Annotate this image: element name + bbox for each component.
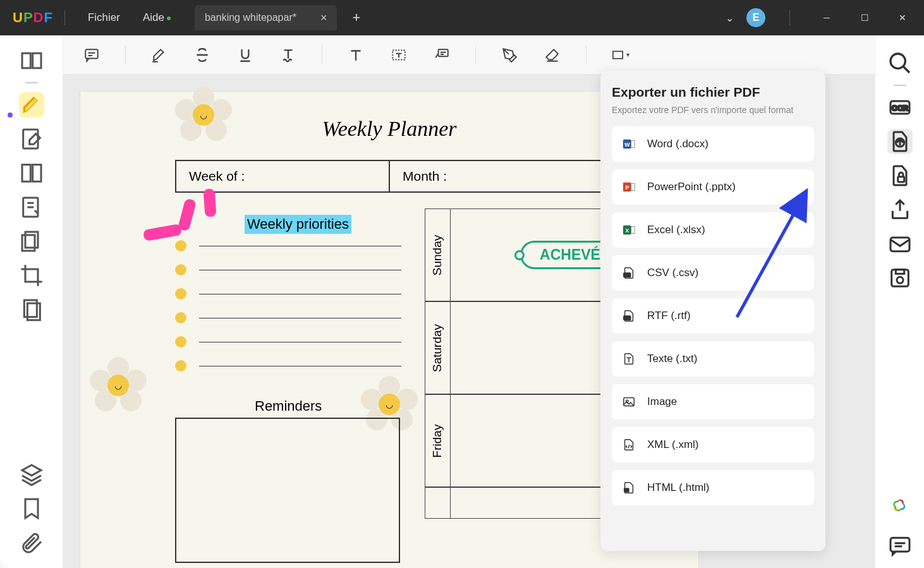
protect-icon[interactable] — [887, 163, 913, 188]
edit-tool-icon[interactable] — [19, 126, 44, 152]
svg-rect-38 — [896, 270, 904, 274]
svg-rect-1 — [22, 165, 30, 182]
underline-icon[interactable] — [236, 45, 255, 64]
svg-rect-14 — [631, 141, 635, 148]
highlight-tool-icon[interactable] — [19, 92, 44, 118]
reminders-box — [175, 418, 400, 563]
week-header-table: Week of : Month : — [175, 160, 604, 193]
svg-text:H: H — [626, 488, 628, 492]
add-tab-button[interactable]: + — [352, 9, 360, 26]
export-format-list: WWord (.docx) PPowerPoint (.pptx) XExcel… — [612, 126, 814, 505]
text-icon[interactable] — [346, 45, 365, 64]
comment-icon[interactable] — [82, 45, 101, 64]
annotation-toolbar: ▾ — [63, 35, 875, 75]
svg-rect-8 — [85, 49, 98, 58]
title-bar: UPDF Fichier Aide banking whitepapar* × … — [0, 0, 924, 35]
export-subtitle: Exportez votre PDF vers n'importe quel f… — [612, 105, 814, 115]
word-icon: W — [622, 137, 636, 151]
export-label: XML (.xml) — [647, 438, 699, 451]
export-rtf[interactable]: RTFRTF (.rtf) — [612, 298, 814, 334]
rtf-icon: RTF — [622, 309, 636, 323]
day-label: Sunday — [431, 234, 445, 275]
export-html[interactable]: HHTML (.html) — [612, 470, 814, 505]
image-icon — [622, 395, 636, 409]
form-tool-icon[interactable] — [19, 195, 44, 220]
bookmark-icon[interactable] — [19, 496, 44, 521]
share-icon[interactable] — [887, 197, 913, 222]
export-excel[interactable]: XExcel (.xlsx) — [612, 212, 814, 248]
svg-text:RTF: RTF — [624, 316, 630, 320]
page-tool-icon[interactable] — [19, 160, 44, 186]
export-word[interactable]: WWord (.docx) — [612, 126, 814, 162]
content-area: ▾ ◡ ◡ ◡ Weekly Planner — [63, 35, 875, 568]
svg-rect-39 — [891, 538, 909, 552]
strikethrough-icon[interactable] — [193, 45, 212, 64]
export-icon[interactable] — [887, 129, 913, 154]
chevron-down-icon[interactable]: ⌄ — [726, 12, 734, 24]
separator — [25, 82, 38, 83]
ai-assistant-icon[interactable] — [887, 493, 913, 519]
export-image[interactable]: Image — [612, 384, 814, 420]
svg-rect-34 — [897, 177, 904, 182]
pencil-icon[interactable] — [500, 45, 519, 64]
text-icon — [622, 352, 636, 366]
priorities-list — [175, 240, 401, 384]
svg-text:OCR: OCR — [892, 104, 908, 112]
export-powerpoint[interactable]: PPowerPoint (.pptx) — [612, 169, 814, 205]
export-xml[interactable]: XML (.xml) — [612, 427, 814, 462]
svg-text:CSV: CSV — [624, 273, 631, 277]
squiggly-icon[interactable] — [279, 45, 298, 64]
mail-icon[interactable] — [887, 231, 913, 257]
export-title: Exporter un fichier PDF — [612, 85, 814, 100]
reader-mode-icon[interactable] — [19, 48, 44, 73]
search-icon[interactable] — [887, 51, 913, 76]
user-avatar[interactable]: E — [746, 8, 765, 27]
crop-tool-icon[interactable] — [19, 263, 44, 288]
separator — [586, 46, 587, 64]
svg-rect-10 — [439, 49, 448, 56]
save-icon[interactable] — [887, 265, 913, 291]
separator — [125, 46, 126, 64]
export-label: Image — [647, 396, 677, 408]
document-tab[interactable]: banking whitepapar* × — [195, 5, 337, 30]
export-csv[interactable]: CSVCSV (.csv) — [612, 255, 814, 291]
ocr-icon[interactable]: OCR — [887, 95, 913, 120]
powerpoint-icon: P — [622, 180, 636, 194]
svg-point-37 — [897, 277, 903, 283]
export-text[interactable]: Texte (.txt) — [612, 341, 814, 377]
callout-icon[interactable] — [432, 45, 451, 64]
maximize-button[interactable]: ☐ — [852, 8, 877, 28]
shape-icon[interactable]: ▾ — [611, 45, 629, 64]
export-label: CSV (.csv) — [647, 267, 698, 279]
eraser-icon[interactable] — [543, 45, 562, 64]
minimize-button[interactable]: ─ — [814, 8, 839, 28]
svg-rect-11 — [613, 51, 623, 59]
export-panel: Exporter un fichier PDF Exportez votre P… — [600, 71, 825, 551]
separator — [789, 10, 790, 25]
month-cell: Month : — [390, 161, 602, 191]
menu-help[interactable]: Aide — [131, 11, 176, 24]
html-icon: H — [622, 481, 636, 495]
chat-icon[interactable] — [887, 533, 913, 558]
menu-file[interactable]: Fichier — [76, 11, 131, 24]
tab-title: banking whitepapar* — [205, 12, 296, 23]
app-logo: UPDF — [13, 9, 53, 26]
svg-text:P: P — [625, 184, 629, 191]
pages-tool-icon[interactable] — [19, 229, 44, 254]
close-tab-icon[interactable]: × — [320, 11, 327, 25]
priorities-label: Weekly priorities — [245, 215, 351, 234]
svg-text:X: X — [625, 227, 629, 234]
watermark-tool-icon[interactable] — [19, 297, 44, 322]
separator — [475, 46, 476, 64]
svg-rect-17 — [631, 184, 635, 191]
reminders-label: Reminders — [255, 398, 322, 414]
export-label: RTF (.rtf) — [647, 310, 691, 322]
close-button[interactable]: ✕ — [890, 8, 915, 28]
attachment-icon[interactable] — [19, 530, 44, 555]
highlighter-icon[interactable] — [150, 45, 169, 64]
xml-icon — [622, 438, 636, 452]
textbox-icon[interactable] — [389, 45, 408, 64]
layers-icon[interactable] — [19, 462, 44, 487]
svg-rect-2 — [32, 165, 40, 182]
flower-decoration: ◡ — [175, 87, 232, 143]
